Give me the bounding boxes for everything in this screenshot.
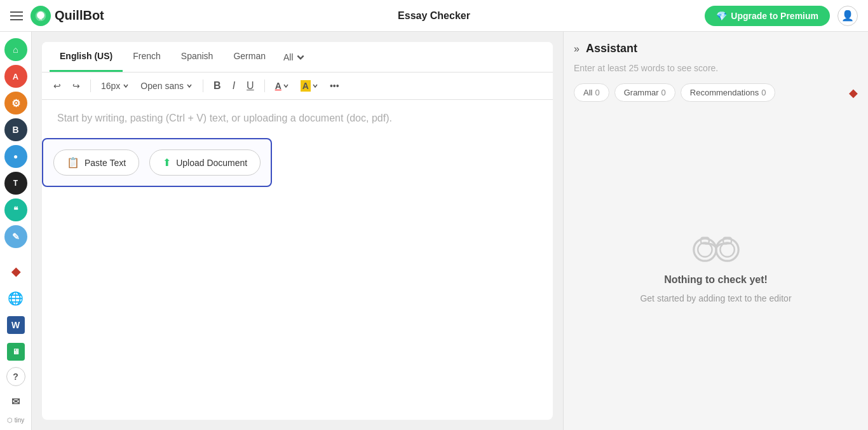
sidebar-icon-text[interactable]: T <box>4 172 27 195</box>
filter-recommendations-count: 0 <box>761 88 766 97</box>
sidebar-icon-screen[interactable]: 🖥 <box>4 340 27 363</box>
sidebar-icon-quotes[interactable]: ❝ <box>4 198 27 221</box>
sidebar-icon-mail[interactable]: ✉ <box>4 390 27 413</box>
highlight-icon: A <box>301 80 311 92</box>
text-editor[interactable]: Start by writing, pasting (Ctrl + V) tex… <box>42 100 553 420</box>
sidebar-icon-home[interactable]: ⌂ <box>4 38 27 61</box>
upgrade-label: Upgrade to Premium <box>731 11 818 21</box>
font-size-select[interactable]: 16px <box>97 78 133 94</box>
tiny-icon: ⬡ <box>7 417 13 424</box>
undo-icon: ↩ <box>53 81 61 91</box>
nav-right: 💎 Upgrade to Premium 👤 <box>705 6 858 26</box>
left-sidebar: ⌂ A ⚙ B ● T ❝ ✎ ◆ 🌐 W 🖥 ? ✉ ⬡ tiny <box>0 32 32 430</box>
user-account-button[interactable]: 👤 <box>837 6 858 26</box>
filter-tab-grammar[interactable]: Grammar 0 <box>614 83 675 102</box>
empty-state-title: Nothing to check yet! <box>664 274 768 286</box>
filter-all-count: 0 <box>595 88 599 97</box>
tab-spanish[interactable]: Spanish <box>171 42 224 72</box>
sidebar-bottom: ◆ 🌐 W 🖥 ? ✉ ⬡ tiny <box>4 260 27 424</box>
more-icon: ••• <box>330 81 339 91</box>
diamond-icon: 💎 <box>716 11 727 21</box>
font-size-chevron <box>123 83 129 89</box>
font-size-value: 16px <box>101 81 120 91</box>
font-color-chevron <box>283 83 289 89</box>
underline-button[interactable]: U <box>243 78 258 94</box>
navbar: QuillBot Essay Checker 💎 Upgrade to Prem… <box>0 0 868 32</box>
editor-area: English (US) French Spanish German All ↩… <box>32 32 563 430</box>
assistant-hint: Enter at least 25 words to see score. <box>574 63 858 73</box>
font-color-icon: A <box>275 81 281 91</box>
all-label: All <box>283 52 294 62</box>
binoculars-illustration <box>691 228 742 267</box>
bold-button[interactable]: B <box>210 78 225 94</box>
bold-icon: B <box>214 80 221 92</box>
sidebar-icon-pen[interactable]: ✎ <box>4 225 27 248</box>
font-family-value: Open sans <box>140 81 184 91</box>
empty-state-subtitle: Get started by adding text to the editor <box>640 293 791 303</box>
font-color-button[interactable]: A <box>271 78 293 94</box>
filter-tabs: All 0 Grammar 0 Recommendations 0 ◆ <box>574 83 858 102</box>
font-family-chevron <box>186 83 193 89</box>
redo-button[interactable]: ↪ <box>69 78 84 94</box>
paste-icon: 📋 <box>67 156 79 169</box>
chevron-down-icon <box>296 53 305 62</box>
italic-icon: I <box>233 80 235 92</box>
logo[interactable]: QuillBot <box>31 6 104 26</box>
filter-grammar-count: 0 <box>661 88 666 97</box>
sidebar-icon-user[interactable]: A <box>4 65 27 88</box>
sidebar-icon-circle[interactable]: ● <box>4 145 27 168</box>
page-title: Essay Checker <box>398 10 470 22</box>
right-panel: » Assistant Enter at least 25 words to s… <box>563 32 868 430</box>
underline-icon: U <box>247 80 254 92</box>
font-family-select[interactable]: Open sans <box>137 78 196 94</box>
toolbar-divider-1 <box>90 80 91 92</box>
sidebar-icon-word[interactable]: W <box>4 314 27 336</box>
undo-button[interactable]: ↩ <box>50 78 65 94</box>
action-buttons-area: 📋 Paste Text ⬆ Upload Document <box>42 138 272 187</box>
toolbar-divider-2 <box>203 80 203 92</box>
premium-diamond-icon: ◆ <box>849 86 858 100</box>
sidebar-icon-chrome[interactable]: 🌐 <box>4 287 27 310</box>
tab-all[interactable]: All <box>276 43 313 71</box>
filter-tab-recommendations[interactable]: Recommendations 0 <box>681 83 776 102</box>
filter-recommendations-label: Recommendations <box>690 88 759 97</box>
sidebar-icon-settings[interactable]: ⚙ <box>4 92 27 114</box>
sidebar-icon-diamond[interactable]: ◆ <box>4 260 27 283</box>
more-options-button[interactable]: ••• <box>326 78 343 94</box>
redo-icon: ↪ <box>72 81 80 91</box>
nav-left: QuillBot <box>10 6 104 26</box>
upgrade-button[interactable]: 💎 Upgrade to Premium <box>705 6 830 26</box>
highlight-button[interactable]: A <box>297 78 322 94</box>
sidebar-icon-book[interactable]: B <box>4 118 27 141</box>
user-icon: 👤 <box>841 10 854 22</box>
quillbot-svg <box>34 10 47 22</box>
tiny-logo: ⬡ tiny <box>7 417 25 424</box>
toolbar-divider-3 <box>264 80 265 92</box>
logo-icon <box>31 6 51 26</box>
tiny-text: tiny <box>15 417 25 424</box>
empty-state: Nothing to check yet! Get started by add… <box>574 112 858 420</box>
hamburger-button[interactable] <box>10 11 23 20</box>
upload-document-button[interactable]: ⬆ Upload Document <box>149 149 261 176</box>
paste-text-label: Paste Text <box>85 158 126 168</box>
editor-placeholder: Start by writing, pasting (Ctrl + V) tex… <box>57 113 392 124</box>
editor-container: English (US) French Spanish German All ↩… <box>42 42 553 420</box>
filter-all-label: All <box>583 88 592 97</box>
tab-english-us[interactable]: English (US) <box>50 42 123 72</box>
italic-button[interactable]: I <box>229 78 239 94</box>
collapse-icon[interactable]: » <box>574 43 580 55</box>
sidebar-icon-help[interactable]: ? <box>6 367 25 386</box>
upload-icon: ⬆ <box>163 156 171 169</box>
filter-tab-all[interactable]: All 0 <box>574 83 609 102</box>
tab-german[interactable]: German <box>223 42 276 72</box>
upload-doc-label: Upload Document <box>176 158 247 168</box>
logo-text: QuillBot <box>55 8 104 23</box>
tab-french[interactable]: French <box>123 42 171 72</box>
filter-grammar-label: Grammar <box>624 88 659 97</box>
language-tabs: English (US) French Spanish German All <box>42 42 553 73</box>
editor-toolbar: ↩ ↪ 16px Open sans <box>42 73 553 100</box>
paste-text-button[interactable]: 📋 Paste Text <box>53 149 139 176</box>
assistant-header: » Assistant <box>574 42 858 55</box>
highlight-chevron <box>312 83 318 89</box>
assistant-title: Assistant <box>586 42 637 55</box>
